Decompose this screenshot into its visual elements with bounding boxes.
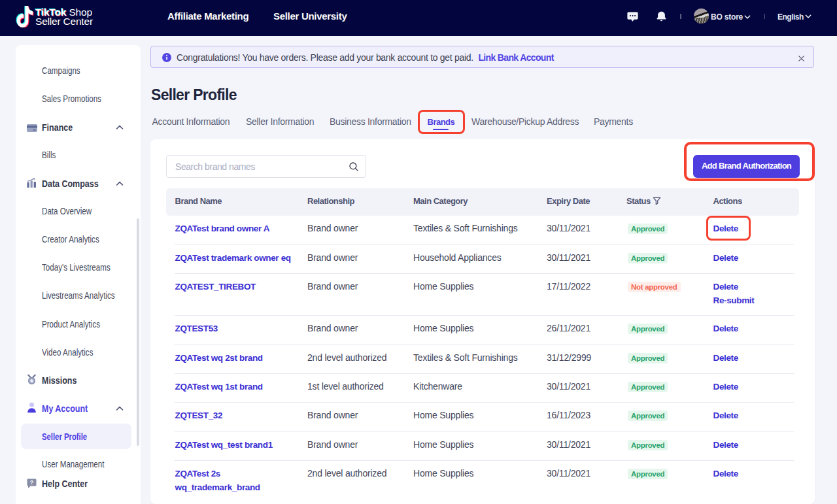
svg-text:?: ? bbox=[30, 479, 34, 486]
